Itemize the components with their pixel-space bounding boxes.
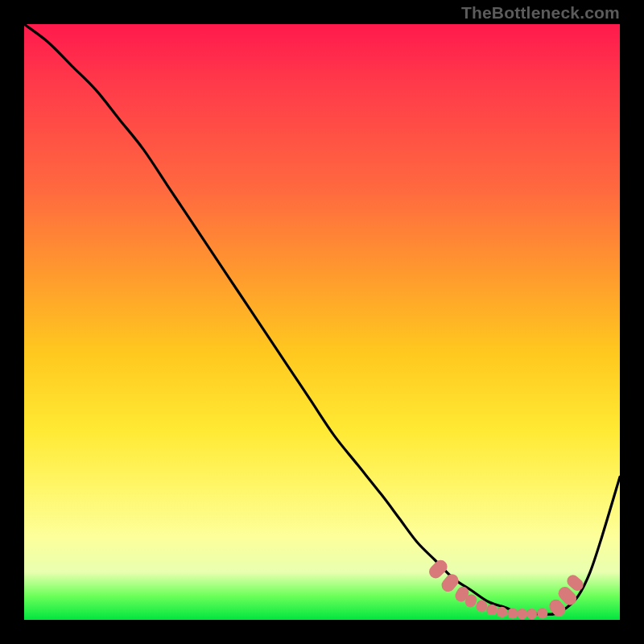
- bead-6: [497, 607, 507, 617]
- bottleneck-curve: [24, 24, 620, 614]
- bead-5: [486, 605, 497, 615]
- bead-8: [517, 609, 527, 619]
- chart-frame: TheBottleneck.com: [0, 0, 644, 644]
- bead-10: [537, 608, 547, 618]
- curve-layer: [24, 24, 620, 614]
- beads-layer: [427, 557, 586, 619]
- plot-area: [24, 24, 620, 620]
- chart-svg: [24, 24, 620, 620]
- bead-9: [526, 609, 537, 619]
- bead-7: [507, 608, 518, 618]
- watermark-text: TheBottleneck.com: [461, 3, 620, 23]
